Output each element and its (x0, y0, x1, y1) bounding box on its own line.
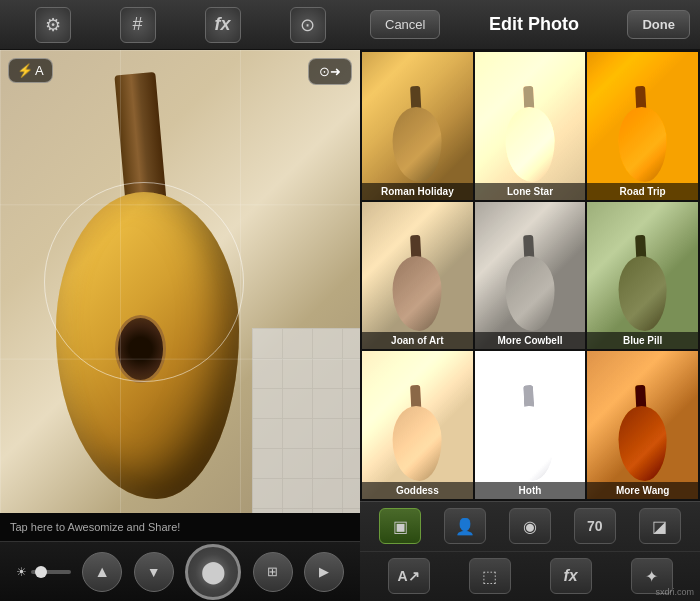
filter-preview-more-cowbell (475, 202, 586, 350)
rotate-camera-icon: ⊙➜ (319, 64, 341, 79)
filter-label-goddess: Goddess (362, 482, 473, 499)
lens-tool-button[interactable]: ◉ (509, 508, 551, 544)
mini-guitar-lone-star (500, 86, 561, 182)
mini-guitar-body (506, 256, 555, 331)
mini-guitar-goddess (387, 385, 448, 481)
photo-preview-area: ⚡ A ⊙➜ (0, 50, 360, 513)
filter-joan-of-art[interactable]: Joan of Art (362, 202, 473, 350)
portrait-icon: 👤 (455, 517, 475, 536)
flash-icon: ⚡ (17, 63, 33, 78)
opacity-value: 70 (587, 518, 603, 534)
slider-track[interactable] (31, 570, 71, 574)
cancel-button[interactable]: Cancel (370, 10, 440, 39)
tap-share-banner[interactable]: Tap here to Awesomize and Share! (0, 513, 360, 541)
mini-guitar-body (618, 107, 667, 182)
mini-guitar-hoth (500, 385, 561, 481)
mini-guitar-more-cowbell (500, 235, 561, 331)
tool-icons-row-1: ▣ 👤 ◉ 70 ◪ (360, 502, 700, 552)
filter-label-lone-star: Lone Star (475, 183, 586, 200)
done-button[interactable]: Done (627, 10, 690, 39)
fx2-icon: fx (563, 567, 577, 585)
exposure-slider[interactable]: ☀ (16, 565, 71, 579)
filter-preview-road-trip (587, 52, 698, 200)
filter-label-joan-of-art: Joan of Art (362, 332, 473, 349)
left-top-toolbar: ⚙ # fx ⊙ (0, 0, 360, 50)
gallery-button[interactable]: ⊞ (253, 552, 293, 592)
rotate-cam-icon[interactable]: ⊙ (290, 7, 326, 43)
filter-more-cowbell[interactable]: More Cowbell (475, 202, 586, 350)
filter-roman-holiday[interactable]: Roman Holiday (362, 52, 473, 200)
filter-preview-lone-star (475, 52, 586, 200)
mini-guitar-more-wang (612, 385, 673, 481)
mini-guitar-body (618, 256, 667, 331)
bottom-camera-controls: ☀ ▲ ▼ ⬤ ⊞ ▶ (0, 541, 360, 601)
slider-icon: ☀ (16, 565, 27, 579)
right-panel: Cancel Edit Photo Done Roman HolidayLone… (360, 0, 700, 601)
mini-guitar-body (506, 406, 555, 481)
crop-icon: ◪ (652, 517, 667, 536)
filter-preview-roman-holiday (362, 52, 473, 200)
mini-guitar-body (506, 107, 555, 182)
nav-up-button[interactable]: ▲ (82, 552, 122, 592)
mini-guitar-roman-holiday (387, 86, 448, 182)
tool-icons-row-2: A↗ ⬚ fx ✦ (360, 552, 700, 602)
shutter-button[interactable]: ⬤ (185, 544, 241, 600)
filter-goddess[interactable]: Goddess (362, 351, 473, 499)
right-topbar: Cancel Edit Photo Done (360, 0, 700, 50)
frame-tool-button[interactable]: ▣ (379, 508, 421, 544)
filter-label-roman-holiday: Roman Holiday (362, 183, 473, 200)
filter-hoth[interactable]: Hoth (475, 351, 586, 499)
mini-guitar-body (393, 107, 442, 182)
mini-guitar-body (393, 256, 442, 331)
filter-label-hoth: Hoth (475, 482, 586, 499)
filter-preview-blue-pill (587, 202, 698, 350)
nav-down-button[interactable]: ▼ (134, 552, 174, 592)
filter-road-trip[interactable]: Road Trip (587, 52, 698, 200)
opacity-tool-button[interactable]: 70 (574, 508, 616, 544)
mini-guitar-blue-pill (612, 235, 673, 331)
fx2-tool-button[interactable]: fx (550, 558, 592, 594)
selection-tool-button[interactable]: ⬚ (469, 558, 511, 594)
circle-overlay (44, 182, 244, 382)
lens-icon: ◉ (523, 517, 537, 536)
filter-more-wang[interactable]: More Wang (587, 351, 698, 499)
text-tool-button[interactable]: A↗ (388, 558, 430, 594)
filter-lone-star[interactable]: Lone Star (475, 52, 586, 200)
filter-blue-pill[interactable]: Blue Pill (587, 202, 698, 350)
filter-label-road-trip: Road Trip (587, 183, 698, 200)
portrait-tool-button[interactable]: 👤 (444, 508, 486, 544)
page-title: Edit Photo (489, 14, 579, 35)
settings-icon[interactable]: ⚙ (35, 7, 71, 43)
video-button[interactable]: ▶ (304, 552, 344, 592)
slider-thumb[interactable] (35, 566, 47, 578)
selection-icon: ⬚ (482, 567, 497, 586)
filter-preview-goddess (362, 351, 473, 499)
rotate-camera-button[interactable]: ⊙➜ (308, 58, 352, 85)
filter-grid: Roman HolidayLone StarRoad TripJoan of A… (360, 50, 700, 501)
filter-label-more-cowbell: More Cowbell (475, 332, 586, 349)
mini-guitar-road-trip (612, 86, 673, 182)
filter-preview-hoth (475, 351, 586, 499)
watermark: sxdri.com (655, 587, 694, 597)
right-bottom-toolbar: ▣ 👤 ◉ 70 ◪ A↗ ⬚ fx (360, 501, 700, 601)
flash-label: A (35, 63, 44, 78)
fx-icon[interactable]: fx (205, 7, 241, 43)
tap-share-text: Tap here to Awesomize and Share! (10, 521, 180, 533)
sparkle-icon: ✦ (645, 567, 658, 586)
guitar-image: ⚡ A ⊙➜ (0, 50, 360, 513)
auto-flash-button[interactable]: ⚡ A (8, 58, 53, 83)
filter-label-more-wang: More Wang (587, 482, 698, 499)
filter-label-blue-pill: Blue Pill (587, 332, 698, 349)
frame-icon: ▣ (393, 517, 408, 536)
filter-preview-more-wang (587, 351, 698, 499)
grid-icon[interactable]: # (120, 7, 156, 43)
crop-tool-button[interactable]: ◪ (639, 508, 681, 544)
mini-guitar-joan-of-art (387, 235, 448, 331)
text-icon: A↗ (397, 568, 419, 584)
left-panel: ⚙ # fx ⊙ ⚡ A (0, 0, 360, 601)
mini-guitar-body (393, 406, 442, 481)
mini-guitar-body (618, 406, 667, 481)
filter-preview-joan-of-art (362, 202, 473, 350)
